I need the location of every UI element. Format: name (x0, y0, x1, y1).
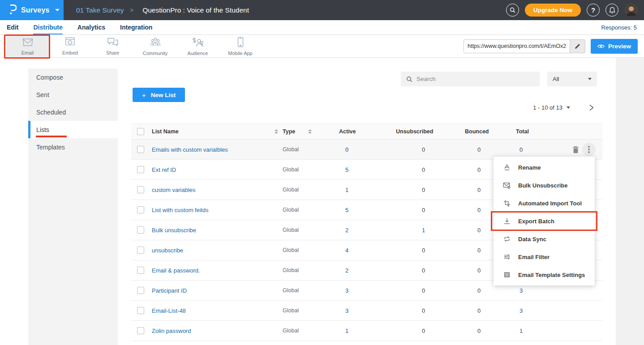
search-input[interactable] (416, 76, 534, 82)
bounced-count: 0 (465, 146, 516, 153)
product-switcher[interactable]: Surveys (0, 0, 64, 20)
audience-icon (192, 37, 204, 49)
list-name-link[interactable]: Zolin password (152, 328, 275, 334)
list-name-link[interactable]: List with custom feilds (152, 207, 275, 213)
sidebar-item-sent[interactable]: Sent (28, 86, 118, 103)
channel-audience[interactable]: Audience (176, 36, 219, 57)
list-filter-select[interactable]: All (547, 72, 597, 86)
row-checkbox[interactable] (137, 287, 144, 294)
breadcrumb-folder[interactable]: 01 Take Survey (76, 6, 124, 14)
unsubscribed-count: 0 (396, 207, 465, 213)
delete-trash-icon[interactable] (572, 146, 579, 153)
list-type: Global (283, 207, 339, 213)
embed-icon (65, 37, 75, 49)
list-name-link[interactable]: Email & password. (152, 267, 275, 274)
preview-button[interactable]: Preview (591, 39, 638, 54)
menu-item-rename[interactable]: Rename (494, 158, 595, 176)
toolbar-right: Preview (464, 39, 644, 54)
tab-analytics[interactable]: Analytics (77, 20, 105, 34)
pagination: 1 - 10 of 13 (533, 104, 594, 111)
select-all-checkbox[interactable] (137, 128, 144, 135)
tab-edit[interactable]: Edit (7, 20, 18, 34)
active-count: 0 (339, 146, 396, 153)
row-checkbox[interactable] (137, 307, 144, 314)
sidebar-item-templates[interactable]: Templates (28, 138, 118, 156)
automated-import-icon (503, 200, 511, 207)
active-count: 1 (339, 187, 396, 193)
active-count: 2 (339, 267, 396, 274)
sort-type-icon[interactable] (308, 129, 312, 134)
active-count: 5 (339, 166, 396, 173)
chevron-down-icon (55, 9, 60, 11)
questionpro-logo-icon (9, 4, 17, 17)
user-avatar[interactable] (624, 3, 638, 17)
active-count: 3 (339, 307, 396, 314)
unsubscribed-count: 0 (396, 146, 465, 153)
channel-email[interactable]: Email (6, 36, 49, 57)
active-count: 1 (339, 328, 396, 334)
responses-count: Responses: 5 (601, 20, 644, 34)
list-type: Global (283, 227, 339, 233)
list-type: Global (283, 146, 339, 153)
column-list-name: List Name (152, 128, 275, 135)
search-icon[interactable] (506, 4, 519, 17)
list-name-link[interactable]: Bulk unsubscribe (152, 227, 275, 234)
row-checkbox[interactable] (137, 166, 144, 173)
email-sidebar: Compose Sent Scheduled Lists Templates (28, 58, 118, 345)
page-range-dropdown[interactable]: 1 - 10 of 13 (533, 104, 570, 111)
bounced-count: 0 (465, 307, 516, 314)
topbar-actions: Upgrade Now ? (506, 3, 644, 17)
list-name-link[interactable]: Ext ref ID (152, 166, 275, 173)
channel-embed[interactable]: Embed (49, 36, 91, 57)
channel-community[interactable]: Community (134, 36, 176, 57)
column-type: Type (283, 128, 295, 135)
survey-title: QuestionPro : Voice of the Student (142, 6, 249, 14)
help-icon[interactable]: ? (587, 4, 600, 17)
data-sync-icon (503, 235, 511, 243)
menu-item-automated-import-tool[interactable]: Automated Import Tool (494, 194, 595, 212)
menu-item-export-batch[interactable]: Export Batch (494, 212, 595, 230)
channel-share[interactable]: Share (91, 36, 134, 57)
new-list-button[interactable]: + New List (133, 88, 185, 102)
sidebar-item-compose[interactable]: Compose (28, 68, 118, 86)
list-type: Global (283, 187, 339, 193)
notifications-bell-icon[interactable] (605, 4, 618, 17)
list-name-link[interactable]: Emails with custom varialbles (152, 146, 275, 153)
sidebar-item-lists[interactable]: Lists (28, 121, 118, 138)
row-checkbox[interactable] (137, 267, 144, 274)
bounced-count: 0 (465, 287, 516, 294)
more-options-dots-icon[interactable] (582, 143, 596, 156)
tab-integration[interactable]: Integration (120, 20, 152, 34)
row-checkbox[interactable] (137, 247, 144, 254)
survey-url-input[interactable] (464, 43, 570, 49)
menu-item-email-filter[interactable]: Email Filter (494, 248, 595, 266)
row-checkbox[interactable] (137, 327, 144, 334)
table-header: List Name Type Active Unsubscribed Bounc… (131, 124, 602, 140)
menu-item-bulk-unsubscribe[interactable]: Bulk Unsubscribe (494, 176, 595, 194)
list-name-link[interactable]: custom variables (152, 187, 275, 193)
sidebar-item-scheduled[interactable]: Scheduled (28, 103, 118, 121)
channel-mobile-app[interactable]: Mobile App (219, 36, 262, 57)
menu-item-data-sync[interactable]: Data Sync (494, 230, 595, 248)
row-checkbox[interactable] (137, 206, 144, 213)
edit-url-pencil-icon[interactable] (570, 40, 585, 53)
unsubscribed-count: 0 (396, 307, 465, 314)
next-page-chevron-icon[interactable] (588, 104, 594, 111)
list-name-link[interactable]: Email-List-48 (152, 307, 275, 314)
chevron-down-icon (567, 106, 570, 109)
total-count: 3 (516, 307, 561, 314)
tab-distribute[interactable]: Distribute (33, 20, 62, 34)
upgrade-now-button[interactable]: Upgrade Now (525, 4, 581, 17)
filter-value: All (553, 76, 559, 82)
total-count: 1 (516, 328, 561, 334)
menu-item-email-template-settings[interactable]: Email Template Settings (494, 266, 595, 284)
row-checkbox[interactable] (137, 186, 144, 193)
active-count: 3 (339, 287, 396, 294)
row-checkbox[interactable] (137, 226, 144, 234)
row-checkbox[interactable] (137, 146, 144, 153)
page-range-label: 1 - 10 of 13 (533, 104, 562, 111)
sort-list-name-icon[interactable] (275, 129, 283, 134)
bulk-unsubscribe-icon (503, 182, 511, 189)
list-name-link[interactable]: unsubscribe (152, 247, 275, 254)
list-name-link[interactable]: Participant ID (152, 287, 275, 294)
